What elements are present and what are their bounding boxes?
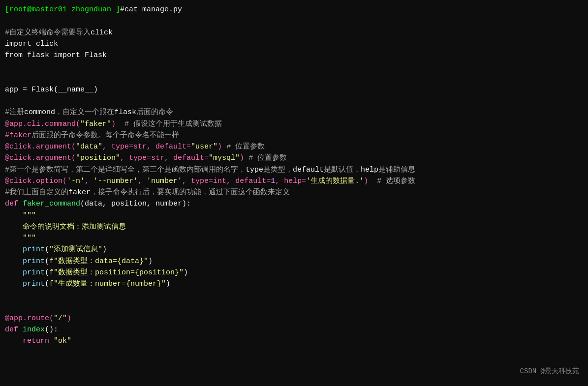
docstring-close: """ <box>5 233 583 244</box>
docstring-open: """ <box>5 210 583 221</box>
decorator-arg-data: @click.argument("data", type=str, defaul… <box>5 141 583 152</box>
prompt-user: [root@master01 zhognduan ] <box>5 5 120 14</box>
docstring-content: 命令的说明文档：添加测试信息 <box>5 221 583 233</box>
comment-impl: #我们上面自定义的faker，接子命令执行后，要实现的功能，通过下面这个函数来定… <box>5 187 583 198</box>
blank-line-3 <box>5 73 583 84</box>
blank-line-4 <box>5 95 583 107</box>
import-click: import click <box>5 38 583 50</box>
comment-line-1: #自定义终端命令需要导入click <box>5 27 583 38</box>
comment-params: #第一个是参数简写，第二个是详细写全，第三个是函数内部调用的名字，type是类型… <box>5 164 583 176</box>
watermark: CSDN @景天科技苑 <box>520 366 579 377</box>
def-index: def index(): <box>5 324 583 335</box>
blank-line-2 <box>5 61 583 72</box>
comment-faker: #faker后面跟的子命令参数。每个子命令名不能一样 <box>5 130 583 141</box>
return-ok: return "ok" <box>5 335 583 347</box>
print-3: print(f"数据类型：position={position}") <box>5 267 583 278</box>
prompt-line: [root@master01 zhognduan ]#cat manage.py <box>5 4 583 15</box>
print-4: print(f"生成数量：number={number}") <box>5 278 583 290</box>
comment-register: #注册commond，自定义一个跟在flask后面的命令 <box>5 107 583 118</box>
blank-line-1 <box>5 15 583 27</box>
import-flask: from flask import Flask <box>5 50 583 61</box>
app-init: app = Flask(__name__) <box>5 84 583 95</box>
decorator-option: @click.option('-n', '--number', 'number'… <box>5 176 583 187</box>
blank-line-5 <box>5 290 583 301</box>
print-2: print(f"数据类型：data={data}") <box>5 256 583 267</box>
blank-line-6 <box>5 301 583 313</box>
def-faker: def faker_command(data, position, number… <box>5 198 583 209</box>
decorator-route: @app.route("/") <box>5 313 583 324</box>
prompt-hash: #cat manage.py <box>120 5 182 14</box>
terminal-window: [root@master01 zhognduan ]#cat manage.py… <box>0 0 588 386</box>
print-1: print("添加测试信息") <box>5 244 583 255</box>
decorator-cli: @app.cli.command("faker") # 假设这个用于生成测试数据 <box>5 119 583 130</box>
decorator-arg-position: @click.argument("position", type=str, de… <box>5 152 583 164</box>
